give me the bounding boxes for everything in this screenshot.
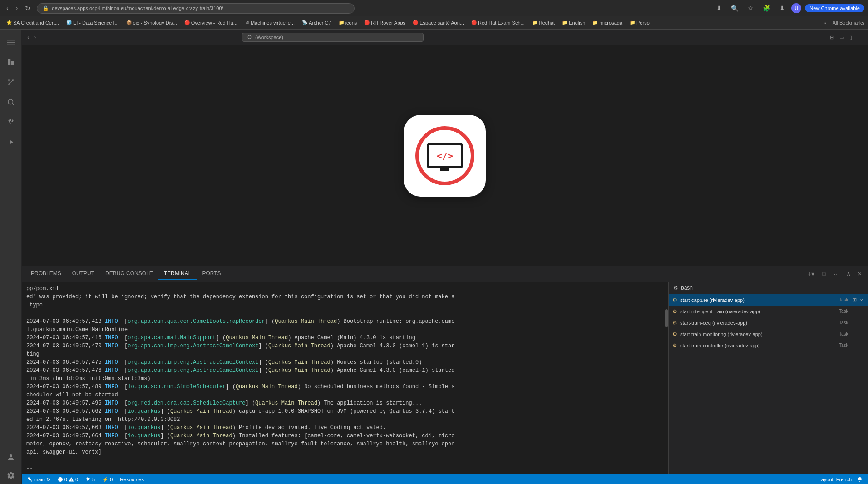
address-bar[interactable]: 🔒 devspaces.apps.ocp4.mthirion.eu/mouach… — [37, 3, 355, 14]
editor-content: </> — [22, 45, 868, 266]
browser-titlebar: ‹ › ↻ 🔒 devspaces.apps.ocp4.mthirion.eu/… — [0, 0, 868, 16]
panel-content: pp/pom.xml ed" was provided; it will be … — [22, 282, 868, 474]
terminal-list-item-train-controller[interactable]: ⚙ start-train-controller (rivieradev-app… — [669, 340, 868, 351]
panel-actions: +▾ ⧉ ··· ∧ × — [805, 269, 864, 279]
panel-add-button[interactable]: +▾ — [805, 269, 817, 279]
activity-run-button[interactable] — [2, 133, 20, 151]
new-chrome-badge[interactable]: New Chrome available — [805, 4, 864, 12]
bookmark-machines[interactable]: 🖥 Machines virtuelle... — [242, 19, 297, 26]
terminal-split-intelligent[interactable]: ⊞ — [851, 308, 858, 315]
bookmark-icon-pix: 📦 — [126, 20, 132, 25]
code-brackets-icon: </> — [437, 150, 453, 161]
layout-toggle-button[interactable]: ▭ — [838, 34, 846, 41]
status-extensions[interactable]: 5 — [84, 477, 97, 482]
bookmark-sa-credit[interactable]: ⭐ SA Credit and Cert... — [4, 19, 62, 26]
terminal-list-item-intelligent-train[interactable]: ⚙ start-intelligent-train (rivieradev-ap… — [669, 306, 868, 317]
bookmark-overview[interactable]: 🔴 Overview - Red Ha... — [182, 19, 240, 26]
bookmark-ei-data[interactable]: 🧊 EI - Data Science |... — [64, 19, 122, 26]
editor-toolbar: ‹ › (Workspace) ⊞ ▭ ▯ ⋯ — [22, 30, 868, 45]
terminal-close-intelligent[interactable]: × — [859, 308, 864, 315]
terminal-line: 2024-07-03 06:49:57,664 INFO [io.quarkus… — [26, 432, 660, 456]
terminal-split-capture[interactable]: ⊞ — [851, 296, 858, 303]
ports-icon: ⚡ — [102, 477, 108, 483]
bookmark-espace[interactable]: 🔴 Espace santé Aon... — [410, 19, 467, 26]
svg-point-9 — [248, 35, 251, 39]
terminal-area[interactable]: pp/pom.xml ed" was provided; it will be … — [22, 282, 665, 474]
terminal-close-ceq[interactable]: × — [859, 319, 864, 326]
status-ports[interactable]: ⚡ 0 — [100, 477, 114, 483]
bookmark-rh-rover[interactable]: 🔴 RH Rover Apps — [361, 19, 408, 26]
bookmark-microsaga[interactable]: 📁 microsaga — [590, 19, 625, 26]
terminal-close-capture[interactable]: × — [859, 296, 864, 303]
layout-vertical-button[interactable]: ▯ — [848, 34, 854, 41]
bookmark-icon-english: 📁 — [562, 20, 567, 25]
layout-more-button[interactable]: ⋯ — [856, 34, 864, 41]
download-button[interactable]: ⬇ — [777, 3, 788, 14]
activity-explorer-button[interactable] — [2, 53, 20, 71]
terminal-split-controller[interactable]: ⊞ — [851, 342, 858, 349]
panel-collapse-button[interactable]: ∧ — [843, 269, 853, 279]
search-browser-button[interactable]: 🔍 — [728, 3, 741, 14]
bookmark-redhat[interactable]: 📁 Redhat — [529, 19, 557, 26]
tab-problems[interactable]: PROBLEMS — [25, 267, 67, 280]
tab-debug-console[interactable]: DEBUG CONSOLE — [100, 267, 158, 280]
toolbar-back-button[interactable]: ‹ — [25, 33, 31, 42]
terminal-split-ceq[interactable]: ⊞ — [851, 319, 858, 326]
activity-search-button[interactable] — [2, 93, 20, 111]
bookmark-perso[interactable]: 📁 Perso — [627, 19, 652, 26]
terminal-scrollbar[interactable] — [665, 282, 668, 474]
terminal-list-item-start-capture[interactable]: ⚙ start-capture (rivieradev-app) Task ⊞ … — [669, 294, 868, 306]
svg-line-10 — [251, 38, 252, 39]
activity-extensions-button[interactable] — [2, 113, 20, 131]
status-branch[interactable]: main ↻ — [25, 477, 52, 483]
status-layout[interactable]: Layout: French — [817, 477, 853, 482]
terminal-line: pp/pom.xml — [26, 285, 660, 293]
terminal-split-monitoring[interactable]: ⊞ — [851, 331, 858, 337]
app-logo-circle: </> — [415, 126, 474, 185]
extension-button[interactable]: 🧩 — [760, 3, 773, 14]
bookmark-icons[interactable]: 📁 icons — [336, 19, 360, 26]
activity-source-control-button[interactable] — [2, 73, 20, 91]
terminal-line: ed" was provided; it will be ignored; ve… — [26, 293, 660, 309]
status-resources[interactable]: Resources — [118, 477, 146, 482]
activity-account-button[interactable] — [2, 448, 20, 466]
status-errors[interactable]: 0 0 — [56, 477, 80, 482]
devtools-button[interactable]: ⬇ — [714, 3, 725, 14]
terminal-close-controller[interactable]: × — [859, 342, 864, 349]
terminal-scrollbar-thumb — [665, 309, 668, 327]
bookmark-english[interactable]: 📁 English — [559, 19, 588, 26]
terminal-list-item-train-monitoring[interactable]: ⚙ start-train-monitoring (rivieradev-app… — [669, 328, 868, 340]
toolbar-right: ⊞ ▭ ▯ ⋯ — [828, 34, 864, 41]
activity-settings-button[interactable] — [2, 466, 20, 484]
task-icon-intelligent: ⚙ — [672, 308, 677, 315]
bookmarks-more-button[interactable]: » — [821, 19, 829, 26]
layout-split-button[interactable]: ⊞ — [828, 34, 836, 41]
reload-button[interactable]: ↻ — [22, 3, 33, 14]
tab-ports[interactable]: PORTS — [197, 267, 226, 280]
terminal-list-item-train-ceq[interactable]: ⚙ start-train-ceq (rivieradev-app) Task … — [669, 317, 868, 328]
bookmark-button[interactable]: ☆ — [745, 3, 756, 14]
workspace-search-bar[interactable]: (Workspace) — [242, 33, 424, 42]
layout-label: Layout: French — [819, 477, 852, 482]
all-bookmarks-button[interactable]: All Bookmarks — [833, 20, 864, 25]
toolbar-forward-button[interactable]: › — [32, 33, 38, 42]
status-bell-button[interactable] — [855, 477, 864, 482]
bookmark-archer[interactable]: 📡 Archer C7 — [299, 19, 334, 26]
back-button[interactable]: ‹ — [4, 3, 11, 14]
tab-output[interactable]: OUTPUT — [67, 267, 100, 280]
forward-button[interactable]: › — [13, 3, 21, 14]
terminal-close-monitoring[interactable]: × — [859, 331, 864, 337]
activity-bar — [0, 30, 22, 484]
panel-close-button[interactable]: × — [855, 269, 864, 279]
panel-more-button[interactable]: ··· — [831, 269, 842, 279]
bookmark-label-perso: Perso — [636, 20, 650, 25]
profile-avatar[interactable]: U — [791, 3, 801, 13]
panel-split-button[interactable]: ⧉ — [819, 269, 829, 279]
bookmark-redhat-exam[interactable]: 🔴 Red Hat Exam Sch... — [469, 19, 528, 26]
svg-point-13 — [60, 480, 60, 481]
extensions-status-icon — [85, 477, 91, 482]
bookmark-pix[interactable]: 📦 pix - Synology Dis... — [123, 19, 180, 26]
activity-menu-button[interactable] — [2, 33, 20, 51]
terminal-line — [26, 456, 660, 464]
tab-terminal[interactable]: TERMINAL — [158, 267, 197, 280]
